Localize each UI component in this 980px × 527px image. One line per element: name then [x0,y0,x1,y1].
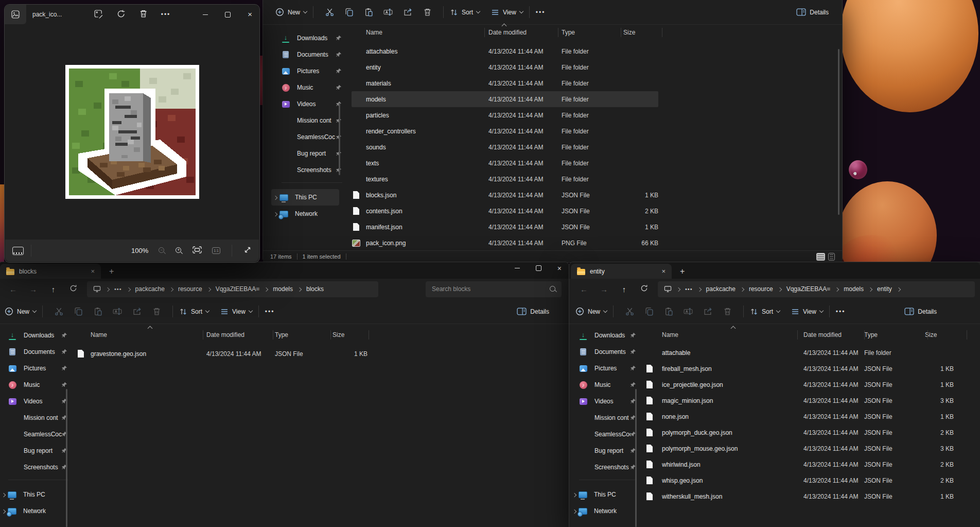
sidebar-item[interactable]: Music [7,377,70,393]
minimize-button[interactable] [203,14,208,15]
up-button[interactable]: ↑ [44,285,63,294]
delete-button[interactable] [147,307,166,316]
sidebar-item[interactable]: Music [578,377,639,393]
tab-blocks[interactable]: blocks × [0,264,101,279]
sidebar-item[interactable]: Pictures [281,63,344,79]
sidebar-item-this-pc[interactable]: This PC [271,189,339,206]
breadcrumb-segment[interactable]: VqgaZtEEBAA= [786,285,831,293]
more-options-button[interactable]: ••• [265,308,275,315]
sidebar-item[interactable]: Documents [578,344,639,360]
sidebar-item[interactable]: Music [281,79,344,96]
file-list-scrollbar[interactable] [838,49,839,215]
column-header-name[interactable]: Name [662,331,803,338]
sidebar-item[interactable]: Mission cont [578,410,639,426]
sidebar-item[interactable]: Videos [578,393,639,410]
cut-button[interactable] [49,307,68,316]
zoom-in-button[interactable]: + [176,247,182,254]
breadcrumb-segment[interactable]: models [844,285,864,293]
paste-button[interactable] [659,307,678,316]
copy-button[interactable] [339,8,359,16]
sort-button[interactable]: Sort [450,8,480,16]
file-row[interactable]: particles 4/13/2024 11:44 AM File folder [352,107,658,123]
file-row[interactable]: polymorph_mouse.geo.json 4/13/2024 11:44… [645,440,954,456]
new-button[interactable]: New [575,307,607,316]
breadcrumb-overflow-button[interactable]: ••• [685,286,693,292]
file-row[interactable]: sounds 4/13/2024 11:44 AM File folder [352,139,658,155]
fit-to-window-button[interactable] [192,246,202,255]
file-row[interactable]: render_controllers 4/13/2024 11:44 AM Fi… [352,123,658,139]
sidebar-item[interactable]: Bug report [281,145,344,162]
maximize-button[interactable] [225,12,231,18]
cut-button[interactable] [320,8,339,16]
column-header-type[interactable]: Type [275,331,332,338]
more-options-button[interactable]: ••• [161,11,171,18]
file-row[interactable]: models 4/13/2024 11:44 AM File folder [352,91,658,107]
file-row[interactable]: attachable 4/13/2024 11:44 AM File folde… [645,345,954,361]
back-button[interactable]: ← [574,285,593,294]
breadcrumb-segment[interactable]: VqgaZtEEBAA= [216,285,260,293]
column-header-size[interactable]: Size [623,29,658,36]
column-header-date[interactable]: Date modified [488,29,562,36]
delete-button[interactable] [417,8,437,16]
sidebar-item[interactable]: Bug report [578,443,639,459]
sidebar-item[interactable]: Screenshots [578,459,639,475]
new-button[interactable]: New [275,8,307,16]
zoom-out-button[interactable]: − [159,247,165,254]
tab-close-button[interactable]: × [660,268,667,275]
tab-entity[interactable]: entity × [571,264,672,279]
edit-image-button[interactable] [94,9,103,20]
file-row[interactable]: pack_icon.png 4/13/2024 11:44 AM PNG Fil… [352,235,658,251]
view-button[interactable]: View [791,308,823,316]
sidebar-item[interactable]: Downloads [7,327,70,344]
large-icons-view-toggle[interactable] [828,253,835,261]
sidebar-item[interactable]: Downloads [281,30,344,46]
file-row[interactable]: blocks.json 4/13/2024 11:44 AM JSON File… [352,187,658,203]
share-button[interactable] [398,8,417,16]
up-button[interactable]: ↑ [615,285,634,294]
sidebar-item[interactable]: Documents [7,344,70,360]
cut-button[interactable] [620,307,639,316]
file-row[interactable]: witherskull_mesh.json 4/13/2024 11:44 AM… [645,488,954,504]
sidebar-item[interactable]: Videos [7,393,70,410]
sidebar-scrollbar[interactable] [635,389,637,527]
sidebar-item[interactable]: Screenshots [7,459,70,475]
delete-button[interactable] [139,9,148,20]
photos-app-tab[interactable] [5,5,26,24]
sidebar-item[interactable]: Bug report [7,443,70,459]
breadcrumb-segment[interactable]: entity [877,285,892,293]
file-row[interactable]: whisp.geo.json 4/13/2024 11:44 AM JSON F… [645,472,954,488]
column-header-type[interactable]: Type [864,331,925,338]
breadcrumb-segment[interactable]: resource [749,285,773,293]
paste-button[interactable] [88,307,108,316]
file-row[interactable]: texts 4/13/2024 11:44 AM File folder [352,155,658,171]
breadcrumb-segment[interactable]: models [273,285,293,293]
rename-button[interactable] [108,307,127,316]
close-button[interactable]: × [248,12,252,17]
maximize-button[interactable] [536,265,541,271]
file-row[interactable]: gravestone.geo.json 4/13/2024 11:44 AM J… [76,346,367,362]
sidebar-item-network[interactable]: Network [571,503,639,519]
breadcrumb-segment[interactable]: blocks [306,285,324,293]
copy-button[interactable] [639,307,659,316]
paste-button[interactable] [359,8,378,16]
breadcrumb-segment[interactable]: packcache [706,285,736,293]
sort-button[interactable]: Sort [179,308,209,316]
sidebar-item[interactable]: SeamlessCoc [578,426,639,443]
sidebar-scrollbar[interactable] [339,103,340,175]
file-row[interactable]: attachables 4/13/2024 11:44 AM File fold… [352,43,658,59]
details-pane-button[interactable]: Details [517,308,563,315]
actual-size-button[interactable]: 1:1 [212,247,220,254]
column-header-size[interactable]: Size [925,331,954,338]
breadcrumb-segment[interactable]: resource [178,285,202,293]
sort-button[interactable]: Sort [750,308,780,316]
new-button[interactable]: New [5,307,36,316]
rename-button[interactable] [378,8,398,16]
refresh-button[interactable] [635,284,654,294]
delete-button[interactable] [717,307,737,316]
sidebar-item[interactable]: Documents [281,46,344,63]
file-row[interactable]: polymorph_duck.geo.json 4/13/2024 11:44 … [645,424,954,440]
sidebar-item[interactable]: Pictures [578,360,639,377]
forward-button[interactable]: → [24,285,43,294]
sidebar-item[interactable]: Mission cont [7,410,70,426]
sidebar-item[interactable]: SeamlessCoc [281,129,344,145]
